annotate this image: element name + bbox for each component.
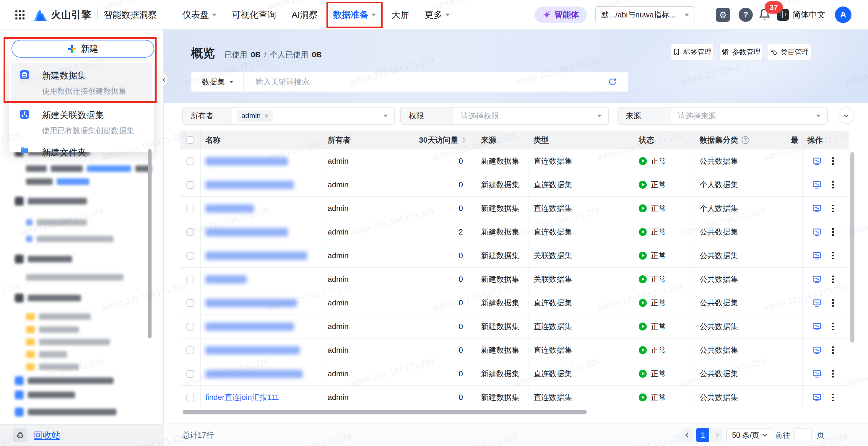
next-page-button[interactable] [711, 428, 722, 442]
nav-more[interactable]: 更多 [425, 9, 450, 21]
nav-big-screen[interactable]: 大屏 [392, 9, 409, 21]
row-checkbox[interactable] [186, 276, 194, 283]
goto-page-input[interactable] [795, 428, 812, 442]
tag-manage-button[interactable]: 标签管理 [671, 44, 713, 60]
user-avatar[interactable]: A [835, 6, 851, 23]
prev-page-button[interactable] [682, 428, 693, 442]
more-actions-icon[interactable] [831, 156, 836, 167]
col-header-visits[interactable]: 30天访问量 [393, 131, 476, 150]
col-header-owner[interactable]: 所有者 [323, 131, 393, 150]
settings-gear-icon[interactable]: ⚙ [716, 8, 730, 22]
col-header-name[interactable]: 名称 [200, 131, 323, 150]
recycle-bin-label[interactable]: 回收站 [34, 429, 60, 442]
table-row: finder直连join汇报111 admin 0 新建数据集 直连数据集 正常… [180, 386, 849, 406]
more-actions-icon[interactable] [831, 392, 836, 403]
remove-tag-icon[interactable]: × [264, 112, 269, 121]
menu-item-new-dataset[interactable]: 新建数据集 使用数据连接创建数据集 [11, 63, 152, 103]
row-checkbox[interactable] [186, 228, 194, 236]
search-input[interactable] [244, 72, 608, 92]
status-cell: 正常 [634, 339, 695, 362]
dashboard-monitor-icon[interactable] [812, 393, 822, 402]
menu-item-new-folder[interactable]: 新建文件夹 [11, 142, 152, 163]
table-header-row: 名称 所有者 30天访问量 来源 类型 状态 数据集分类 ? 最 操作 [180, 131, 849, 150]
nav-ai-insight[interactable]: AI洞察 [291, 9, 318, 21]
more-actions-icon[interactable] [831, 179, 836, 190]
row-checkbox[interactable] [186, 299, 194, 307]
nav-dashboard[interactable]: 仪表盘 [182, 9, 217, 21]
parameter-manage-button[interactable]: 参数管理 [720, 44, 762, 60]
owner-filter-label: 所有者 [183, 107, 232, 124]
nav-data-prep[interactable]: 数据准备 [333, 9, 376, 21]
visits-cell: 0 [393, 291, 476, 315]
row-checkbox[interactable] [186, 323, 194, 330]
row-checkbox[interactable] [186, 157, 194, 165]
col-header-category[interactable]: 数据集分类 ? [695, 131, 786, 150]
row-checkbox[interactable] [186, 370, 194, 378]
dashboard-monitor-icon[interactable] [812, 157, 822, 166]
status-cell: 正常 [634, 362, 695, 385]
dashboard-monitor-icon[interactable] [812, 204, 822, 213]
search-category-select[interactable]: 数据集 [191, 72, 244, 92]
category-cell: 公共数据集 [695, 220, 786, 244]
status-cell: 正常 [634, 197, 695, 220]
source-filter[interactable]: 来源 请选择来源 [617, 107, 828, 125]
status-normal-icon [639, 322, 647, 330]
sidebar-blurred-item [26, 179, 89, 185]
source-cell: 新建数据集 [476, 339, 529, 362]
more-actions-icon[interactable] [831, 274, 836, 285]
recycle-bin-bar[interactable]: ♻ 回收站 [0, 424, 164, 446]
col-header-status[interactable]: 状态 [634, 131, 695, 150]
actions-cell [803, 386, 849, 406]
table-vertical-scrollbar[interactable] [850, 152, 855, 343]
more-actions-icon[interactable] [831, 297, 836, 308]
nav-visual-query[interactable]: 可视化查询 [232, 9, 276, 21]
search-refresh-icon[interactable] [608, 77, 617, 87]
more-actions-icon[interactable] [831, 345, 836, 356]
table-horizontal-scrollbar[interactable] [183, 410, 587, 414]
dashboard-monitor-icon[interactable] [812, 275, 822, 284]
workspace-select[interactable]: 默.../abi与nuwa指标... [595, 6, 695, 23]
col-header-source[interactable]: 来源 [476, 131, 529, 150]
new-button[interactable]: 新建 [11, 40, 154, 58]
row-checkbox[interactable] [186, 252, 194, 260]
sidebar-scrollbar[interactable] [148, 149, 152, 338]
table-row: admin 0 新建数据集 关联数据集 正常 公共数据集 [180, 267, 849, 291]
current-page-button[interactable]: 1 [696, 428, 709, 442]
more-actions-icon[interactable] [831, 321, 836, 332]
dashboard-monitor-icon[interactable] [812, 369, 822, 379]
help-icon[interactable]: ? [739, 8, 753, 22]
dashboard-monitor-icon[interactable] [812, 251, 822, 260]
status-normal-icon [639, 228, 647, 236]
row-checkbox[interactable] [186, 205, 194, 212]
collapse-filters-button[interactable] [838, 107, 855, 124]
more-actions-icon[interactable] [831, 368, 836, 379]
col-header-actions: 操作 [803, 131, 849, 150]
sort-icon[interactable] [462, 137, 466, 143]
row-checkbox[interactable] [186, 347, 194, 354]
dashboard-monitor-icon[interactable] [812, 298, 822, 308]
select-all-checkbox[interactable] [186, 136, 194, 144]
dashboard-monitor-icon[interactable] [812, 227, 822, 237]
volcano-logo-icon [33, 8, 48, 21]
dashboard-monitor-icon[interactable] [812, 346, 822, 355]
menu-item-new-linked-dataset[interactable]: 新建关联数据集 使用已有数据集创建数据集 [11, 103, 152, 142]
page-size-select[interactable]: 50 条/页 [726, 428, 772, 442]
more-actions-icon[interactable] [831, 203, 836, 214]
owner-filter[interactable]: 所有者 admin× [182, 107, 395, 125]
row-checkbox[interactable] [186, 394, 194, 402]
dataset-name-link[interactable]: finder直连join汇报111 [205, 392, 279, 403]
more-actions-icon[interactable] [831, 250, 836, 261]
info-icon[interactable]: ? [742, 136, 749, 144]
category-manage-button[interactable]: 类目管理 [768, 44, 811, 60]
dashboard-monitor-icon[interactable] [812, 322, 822, 331]
menu-item-subtitle: 使用数据连接创建数据集 [42, 86, 147, 96]
row-checkbox[interactable] [186, 181, 194, 189]
language-label[interactable]: 简体中文 [793, 0, 826, 30]
col-header-type[interactable]: 类型 [529, 131, 634, 150]
apps-grid-icon[interactable] [16, 10, 25, 20]
dashboard-monitor-icon[interactable] [812, 180, 822, 190]
agent-button[interactable]: 智能体 [535, 6, 587, 23]
dataset-search-bar: 数据集 [191, 72, 628, 92]
permission-filter[interactable]: 权限 请选择权限 [400, 107, 609, 125]
more-actions-icon[interactable] [831, 227, 836, 237]
